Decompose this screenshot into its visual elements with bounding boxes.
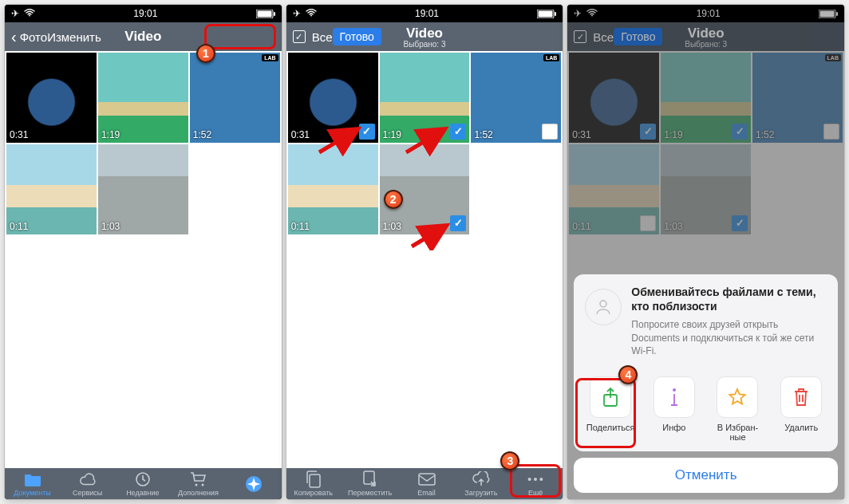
video-thumb[interactable]: 1:19	[380, 53, 470, 143]
tab-Переместить[interactable]: Переместить	[348, 471, 392, 497]
svg-rect-23	[820, 10, 835, 17]
cancel-button[interactable]: Отменить	[574, 458, 838, 493]
duration-label: 1:03	[383, 221, 401, 232]
wifi-icon	[24, 8, 35, 19]
actions-row: ПоделитьсяИнфоВ Избран- ныеУдалить	[574, 368, 838, 451]
lab-badge: LAB	[543, 54, 559, 61]
duration-label: 1:52	[756, 129, 774, 140]
status-time: 19:01	[35, 8, 256, 19]
cloud-icon	[79, 471, 97, 487]
svg-point-16	[534, 478, 537, 481]
svg-point-21	[591, 15, 593, 17]
trash-icon	[780, 376, 822, 418]
battery-icon	[256, 10, 275, 18]
select-all-button[interactable]: Все	[574, 30, 614, 44]
video-thumb[interactable]: 0:11	[6, 144, 97, 234]
svg-rect-3	[274, 12, 275, 16]
video-thumb[interactable]: 1:19	[661, 53, 751, 143]
tab-Документы[interactable]: Документы	[13, 471, 53, 497]
tab-Email[interactable]: Email	[407, 471, 447, 497]
svg-point-6	[202, 484, 204, 486]
cart-icon	[189, 471, 207, 487]
sheet-card: Обменивайтесь файлами с теми, кто поблиз…	[574, 274, 838, 451]
status-bar: ✈ 19:01	[5, 5, 282, 22]
duration-label: 0:31	[572, 129, 590, 140]
video-thumb[interactable]: 1:19	[98, 53, 188, 143]
tab-Сервисы[interactable]: Сервисы	[68, 471, 108, 497]
checkbox-icon	[293, 30, 306, 43]
svg-rect-11	[555, 12, 556, 16]
video-thumb[interactable]: 1:52LAB	[190, 53, 280, 143]
selection-checkbox[interactable]	[359, 124, 375, 140]
svg-point-0	[29, 15, 30, 17]
copy-icon	[305, 471, 322, 487]
tab-Недавние[interactable]: Недавние	[123, 471, 163, 497]
tab-Копировать[interactable]: Копировать	[294, 471, 334, 497]
done-button[interactable]: Готово	[614, 28, 662, 45]
action-sheet: Обменивайтесь файлами с теми, кто поблиз…	[574, 274, 838, 493]
callout-2: 2	[384, 190, 403, 209]
tab-label: Ещё	[528, 489, 543, 497]
duration-label: 1:19	[383, 129, 401, 140]
select-all-button[interactable]: Все	[293, 30, 333, 44]
tab-label: Email	[417, 489, 436, 497]
duration-label: 1:03	[664, 221, 682, 232]
wifi-icon	[306, 8, 317, 19]
video-thumb[interactable]: 1:03	[661, 144, 751, 234]
duration-label: 0:11	[291, 221, 310, 232]
action-star[interactable]: В Избран- ные	[712, 376, 763, 442]
video-thumb[interactable]: 0:31	[6, 53, 97, 143]
done-button[interactable]: Готово	[333, 28, 381, 45]
edit-button[interactable]: Изменить	[47, 30, 101, 44]
avatar-placeholder-icon	[585, 289, 622, 325]
bottom-toolbar: КопироватьПереместитьEmailЗагрузитьЕщё	[286, 468, 563, 499]
tab-label: Переместить	[348, 489, 392, 497]
clock-icon	[134, 471, 152, 487]
tab-Загрузить[interactable]: Загрузить	[461, 471, 501, 497]
svg-point-17	[539, 478, 543, 481]
battery-icon	[537, 10, 556, 18]
phone-screen-3: ✈ 19:01 Все Video Выбрано: 3 Готово 0:31…	[567, 5, 844, 499]
action-trash[interactable]: Удалить	[776, 376, 827, 442]
mail-icon	[418, 471, 436, 487]
tab-label: Недавние	[126, 489, 159, 497]
nearby-title: Обменивайтесь файлами с теми, кто поблиз…	[631, 285, 827, 313]
video-thumb[interactable]: 0:11	[288, 144, 378, 234]
video-thumb[interactable]: 1:03	[98, 144, 188, 234]
selection-checkbox[interactable]	[640, 124, 656, 140]
bottom-tabbar: ДокументыСервисыНедавниеДополнения	[5, 468, 282, 499]
svg-rect-2	[257, 10, 271, 17]
video-thumb[interactable]: 0:31	[569, 53, 659, 143]
nearby-share-panel[interactable]: Обменивайтесь файлами с теми, кто поблиз…	[574, 274, 838, 368]
svg-point-25	[600, 301, 606, 307]
tab-Ещё[interactable]: Ещё	[515, 471, 555, 497]
selection-checkbox[interactable]	[450, 215, 466, 231]
airplane-icon: ✈	[293, 8, 301, 19]
tab-compass[interactable]	[234, 476, 274, 492]
selection-checkbox[interactable]	[450, 124, 466, 140]
back-button[interactable]: ‹ Фото	[11, 28, 47, 46]
move-icon	[361, 471, 379, 487]
action-info[interactable]: Инфо	[649, 376, 700, 442]
selection-checkbox[interactable]	[640, 215, 656, 231]
svg-rect-10	[539, 10, 553, 17]
selection-checkbox[interactable]	[732, 215, 748, 231]
duration-label: 1:52	[474, 129, 492, 140]
checkbox-icon	[574, 30, 586, 43]
duration-label: 0:31	[10, 129, 28, 140]
video-thumb[interactable]: 0:11	[569, 144, 659, 234]
svg-point-15	[528, 478, 531, 481]
duration-label: 0:31	[291, 129, 310, 140]
selection-checkbox[interactable]	[732, 124, 748, 140]
duration-label: 1:19	[101, 129, 120, 140]
compass-icon	[245, 476, 263, 492]
action-share[interactable]: Поделиться	[585, 376, 636, 442]
selection-checkbox[interactable]	[823, 124, 839, 140]
more-icon	[527, 471, 544, 487]
video-thumb[interactable]: 1:52LAB	[471, 53, 561, 143]
video-thumb[interactable]: 0:31	[288, 53, 378, 143]
video-thumb[interactable]: 1:52LAB	[752, 53, 843, 143]
tab-Дополнения[interactable]: Дополнения	[178, 471, 219, 497]
action-label: Поделиться	[586, 423, 635, 432]
selection-checkbox[interactable]	[542, 124, 558, 140]
